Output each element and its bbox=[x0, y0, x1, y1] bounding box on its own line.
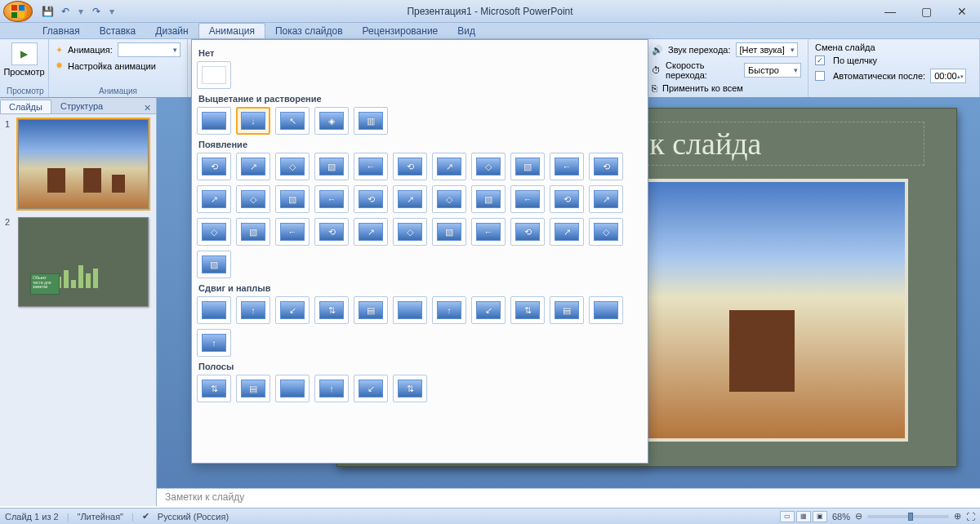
transition-item[interactable]: ▧ bbox=[275, 185, 310, 213]
slide-thumbnail-1[interactable] bbox=[18, 119, 149, 209]
transition-item[interactable]: ⟲ bbox=[589, 153, 623, 180]
transition-item[interactable]: ⟲ bbox=[314, 218, 349, 246]
transition-item[interactable] bbox=[589, 296, 623, 324]
transition-item[interactable]: ← bbox=[354, 153, 388, 180]
transition-item[interactable]: ◇ bbox=[432, 185, 466, 213]
preview-button[interactable]: ▶ Просмотр bbox=[7, 42, 42, 77]
transition-item[interactable]: ↗ bbox=[236, 153, 270, 180]
close-pane-icon[interactable]: ✕ bbox=[144, 103, 151, 113]
sorter-view-button[interactable]: ▦ bbox=[796, 511, 811, 522]
maximize-button[interactable]: ▢ bbox=[908, 2, 944, 20]
transition-item[interactable]: ⟲ bbox=[550, 185, 584, 213]
office-button[interactable] bbox=[3, 1, 33, 22]
transition-item[interactable] bbox=[393, 296, 427, 324]
thumb-number: 2 bbox=[5, 217, 15, 307]
save-icon[interactable]: 💾 bbox=[41, 5, 54, 18]
transition-item[interactable]: ↑ bbox=[432, 296, 466, 324]
transition-item[interactable]: ← bbox=[314, 185, 349, 213]
transition-item[interactable]: ▧ bbox=[197, 251, 231, 278]
transition-item[interactable]: ⇅ bbox=[197, 375, 231, 402]
transition-item[interactable]: ↑ bbox=[314, 375, 349, 402]
group-label-animation: Анимация bbox=[56, 87, 180, 95]
transition-item[interactable]: ◇ bbox=[471, 153, 506, 180]
zoom-out-button[interactable]: ⊖ bbox=[855, 511, 862, 522]
auto-after-label: Автоматически после: bbox=[833, 71, 925, 81]
notes-pane[interactable]: Заметки к слайду bbox=[157, 488, 980, 506]
transition-item[interactable]: ↗ bbox=[550, 218, 584, 246]
transition-item[interactable]: ▧ bbox=[471, 185, 506, 213]
transition-item[interactable]: ↗ bbox=[393, 185, 427, 213]
undo-icon[interactable]: ↶ bbox=[59, 5, 72, 18]
transition-item[interactable]: ◇ bbox=[393, 218, 427, 246]
transition-item[interactable]: ⇅ bbox=[314, 296, 349, 324]
transition-item[interactable]: ↗ bbox=[197, 185, 231, 213]
transition-item[interactable]: ↗ bbox=[589, 185, 623, 213]
transition-item[interactable]: ← bbox=[275, 218, 310, 246]
transition-item[interactable]: ◇ bbox=[589, 218, 623, 246]
transition-item[interactable]: ← bbox=[471, 218, 506, 246]
on-click-checkbox[interactable]: ✓ bbox=[815, 56, 825, 65]
spellcheck-icon[interactable]: ✔ bbox=[142, 511, 149, 522]
redo-icon[interactable]: ↷ bbox=[90, 5, 103, 18]
zoom-percent[interactable]: 68% bbox=[832, 512, 850, 522]
transition-item[interactable] bbox=[275, 375, 310, 402]
transition-sound-combo[interactable]: [Нет звука] bbox=[736, 42, 798, 57]
tab-insert[interactable]: Вставка bbox=[90, 24, 146, 38]
tab-animations[interactable]: Анимация bbox=[198, 23, 265, 38]
transition-item[interactable]: ⟲ bbox=[354, 185, 388, 213]
slide-thumbnail-2[interactable]: Презентация Пример оформления Объект тес… bbox=[18, 217, 149, 307]
tab-slideshow[interactable]: Показ слайдов bbox=[265, 24, 353, 38]
transition-item[interactable] bbox=[197, 107, 231, 135]
transition-item[interactable]: ▧ bbox=[510, 153, 545, 180]
language-indicator[interactable]: Русский (Россия) bbox=[158, 512, 229, 522]
normal-view-button[interactable]: ▭ bbox=[780, 511, 795, 522]
transition-item[interactable]: ← bbox=[550, 153, 584, 180]
transition-item[interactable]: ▤ bbox=[550, 296, 584, 324]
transition-item[interactable]: ⇅ bbox=[393, 375, 427, 402]
transition-item[interactable]: ↙ bbox=[471, 296, 506, 324]
transition-item[interactable]: ↙ bbox=[275, 296, 310, 324]
transition-item[interactable]: ▥ bbox=[354, 107, 388, 135]
animation-combo[interactable] bbox=[118, 42, 180, 57]
transition-item[interactable]: ▧ bbox=[432, 218, 466, 246]
transition-item[interactable]: ↙ bbox=[354, 375, 388, 402]
apply-to-all-button[interactable]: ⎘Применить ко всем bbox=[652, 83, 801, 93]
transition-item[interactable]: ↗ bbox=[432, 153, 466, 180]
auto-after-checkbox[interactable] bbox=[815, 71, 825, 81]
transition-item[interactable]: ▧ bbox=[236, 218, 270, 246]
transition-item[interactable]: ◈ bbox=[314, 107, 349, 135]
auto-after-time[interactable]: 00:00 bbox=[930, 69, 966, 83]
transition-item[interactable]: ⟲ bbox=[510, 218, 545, 246]
transition-item[interactable]: ↑ bbox=[197, 329, 231, 357]
transition-item[interactable]: ↓ bbox=[236, 107, 270, 135]
transition-speed-combo[interactable]: Быстро bbox=[744, 63, 801, 78]
transition-item[interactable]: ▧ bbox=[314, 153, 349, 180]
transition-item[interactable]: ◇ bbox=[275, 153, 310, 180]
slideshow-view-button[interactable]: ▣ bbox=[813, 511, 827, 522]
fit-to-window-button[interactable]: ⛶ bbox=[966, 512, 975, 522]
transition-item[interactable]: ↗ bbox=[354, 218, 388, 246]
transition-item[interactable]: ◇ bbox=[236, 185, 270, 213]
transition-item[interactable]: ◇ bbox=[197, 218, 231, 246]
outline-tab[interactable]: Структура bbox=[51, 99, 112, 113]
custom-animation-button[interactable]: ✸ Настройка анимации bbox=[56, 60, 180, 71]
transition-item[interactable] bbox=[197, 61, 231, 89]
transition-item[interactable]: ⇅ bbox=[510, 296, 545, 324]
tab-view[interactable]: Вид bbox=[448, 24, 485, 38]
tab-review[interactable]: Рецензирование bbox=[353, 24, 448, 38]
minimize-button[interactable]: — bbox=[872, 2, 908, 20]
transition-item[interactable]: ⟲ bbox=[393, 153, 427, 180]
transition-item[interactable]: ↑ bbox=[236, 296, 270, 324]
zoom-in-button[interactable]: ⊕ bbox=[954, 511, 961, 522]
transition-item[interactable]: ▤ bbox=[354, 296, 388, 324]
transition-item[interactable]: ⟲ bbox=[197, 153, 231, 180]
zoom-slider[interactable] bbox=[867, 515, 949, 518]
tab-design[interactable]: Дизайн bbox=[145, 24, 198, 38]
transition-item[interactable] bbox=[197, 296, 231, 324]
tab-home[interactable]: Главная bbox=[33, 24, 90, 38]
transition-item[interactable]: ▤ bbox=[236, 375, 270, 402]
transition-item[interactable]: ↖ bbox=[275, 107, 310, 135]
transition-item[interactable]: ← bbox=[510, 185, 545, 213]
close-button[interactable]: ✕ bbox=[944, 2, 980, 20]
slides-tab[interactable]: Слайды bbox=[0, 100, 51, 113]
